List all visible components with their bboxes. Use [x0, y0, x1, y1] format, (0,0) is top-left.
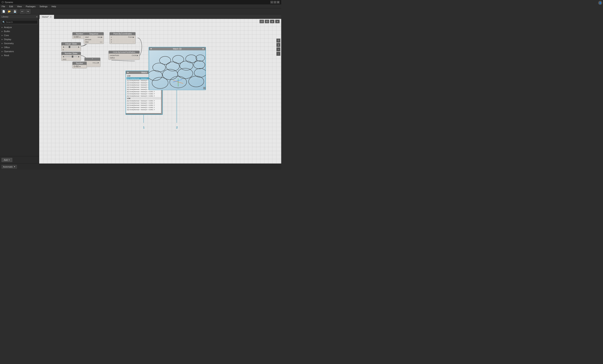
new-button[interactable]: 📄	[1, 9, 6, 14]
slider-thumb[interactable]	[72, 55, 73, 58]
sequence-node[interactable]: Sequence start seq ▶ amount step 111	[84, 32, 104, 44]
slider-right-icon[interactable]: ▶	[78, 55, 80, 58]
sidebar-item-geometry[interactable]: ▶ Geometry	[0, 41, 39, 45]
menu-bar: File Edit View Packages Settings Help 👤	[0, 4, 281, 8]
save-button[interactable]: 💾	[12, 9, 17, 14]
add-button[interactable]: Add ▼	[2, 158, 12, 162]
menu-help[interactable]: Help	[51, 5, 57, 8]
number-slider-node[interactable]: Number Slider ◀ ▶ 24.5	[61, 52, 81, 61]
main-layout: Library ◀ 🔍 ▶ Analyze ▶ Builtin ▶ Core ▶…	[0, 14, 281, 164]
watch-title: Watch	[141, 71, 147, 74]
slider-thumb[interactable]	[69, 46, 70, 48]
layout-button[interactable]: ⊞	[270, 20, 274, 23]
sidebar-item-label: Display	[4, 38, 11, 41]
sidebar-item-builtin[interactable]: ▶ Builtin	[0, 29, 39, 33]
chevron-down-icon: ▼	[8, 159, 10, 161]
watch3d-header: ▶ Watch 3D ▶	[149, 47, 206, 50]
sidebar-item-office[interactable]: ▶ Office	[0, 45, 39, 49]
port-label: start	[85, 36, 89, 38]
menu-view[interactable]: View	[16, 5, 23, 8]
tab-home[interactable]: Home* ✕	[40, 15, 54, 19]
minimize-button[interactable]: ─	[270, 1, 273, 4]
library-title: Library	[2, 15, 8, 18]
zoom-out-button[interactable]: −	[276, 47, 280, 51]
watch-left-port: ▶	[128, 71, 129, 74]
sidebar-item-core[interactable]: ▶ Core	[0, 33, 39, 37]
canvas-controls: 2D 3D ⊞ ⚙	[259, 20, 280, 23]
node-body: x var[]..[] ▶ y	[85, 61, 100, 67]
menu-edit[interactable]: Edit	[8, 5, 14, 8]
settings-button[interactable]: ⚙	[275, 20, 280, 23]
redo-button[interactable]: ↪	[25, 9, 30, 14]
sidebar-item-analyze[interactable]: ▶ Analyze	[0, 25, 39, 29]
slider-left-icon[interactable]: ◀	[63, 46, 64, 48]
port-label: step	[85, 41, 89, 43]
sidebar-item-revit[interactable]: ▶ Revit	[0, 53, 39, 57]
canvas-area[interactable]: Home* ✕ 2D 3D ⊞ ⚙ ⊡ + − ⌂	[39, 14, 281, 164]
slider-body: ◀ ▶	[61, 45, 81, 49]
undo-button[interactable]: ↩	[20, 9, 25, 14]
port-amount: amount	[85, 38, 103, 41]
open-button[interactable]: 📂	[7, 9, 12, 14]
sidebar-item-label: Geometry	[4, 42, 14, 44]
run-mode-selector[interactable]: Automatic ▼	[2, 165, 17, 169]
sidebar-bottom: Add ▼	[0, 156, 39, 164]
watch-item: [1] Circle(Normal = Vector(X = 0.000, Y	[127, 102, 162, 104]
slider-value: 9	[61, 49, 81, 51]
node-header: Sequence	[84, 32, 104, 35]
watch-item: [3] Circle(Normal = Vector(X = 0.000, Y	[127, 106, 162, 109]
sidebar-item-display[interactable]: ▶ Display	[0, 37, 39, 41]
port-z: z ⋯	[111, 41, 134, 43]
slider-left-icon[interactable]: ◀	[63, 55, 64, 58]
port-label: radius	[110, 57, 115, 59]
node-body: centerPoint Circle ▶ radius	[109, 54, 139, 60]
chevron-right-icon: ▶	[2, 46, 3, 48]
home-button[interactable]: ⌂	[276, 52, 280, 56]
value-text: 0.450	[74, 66, 79, 68]
menu-packages[interactable]: Packages	[25, 5, 36, 8]
add-button-label: Add	[4, 159, 8, 161]
sidebar-item-label: Core	[4, 34, 9, 36]
chevron-right-icon: ▶	[2, 31, 3, 32]
watch-item: [8] Circle(Normal = Vector(X = 0.000, Y	[127, 95, 162, 97]
port-output-point: Point ▶	[128, 36, 134, 38]
number-node-2[interactable]: Number 0.450 ▶	[72, 62, 87, 68]
tab-close-icon[interactable]: ✕	[50, 16, 52, 18]
view-3d-button[interactable]: 3D	[265, 20, 269, 23]
circle-by-center-node[interactable]: Circle.ByCenterPointRadius centerPoint C…	[108, 51, 139, 60]
step-value: 111	[100, 41, 103, 43]
watch3d-viewport[interactable]	[149, 50, 206, 90]
tab-label: Home*	[42, 16, 49, 18]
watch3d-title: Watch 3D	[173, 48, 182, 50]
watch-list-header: List	[127, 97, 162, 99]
slider-track[interactable]	[65, 46, 77, 47]
node-body: 0.450 ▶	[72, 65, 87, 68]
svg-rect-2	[149, 50, 206, 90]
close-button[interactable]: ✕	[277, 1, 280, 4]
sidebar-controls: ◀	[36, 16, 37, 18]
integer-slider-node[interactable]: Integer Slider ◀ ▶ 9	[61, 42, 81, 51]
fit-button[interactable]: ⊡	[276, 39, 280, 43]
node-header: Integer Slider	[61, 42, 81, 45]
slider-right-icon[interactable]: ▶	[78, 46, 80, 48]
watch3d-node[interactable]: ▶ Watch 3D ▶	[149, 47, 206, 90]
chevron-right-icon: ▶	[2, 39, 3, 40]
port-output: var[]..[] ▶	[93, 62, 99, 64]
port-step: step 111	[85, 41, 103, 43]
menu-settings[interactable]: Settings	[39, 5, 48, 8]
toolbar: 📄 📂 💾 ↩ ↪	[0, 8, 281, 14]
watch-item: [2] Circle(Normal = Vector(X = 0.000, Y	[127, 104, 162, 106]
chevron-right-icon: ▶	[2, 55, 3, 56]
view-2d-button[interactable]: 2D	[259, 20, 264, 23]
maximize-button[interactable]: □	[274, 1, 276, 4]
menu-file[interactable]: File	[1, 5, 6, 8]
sidebar-item-operators[interactable]: ▶ Operators	[0, 49, 39, 53]
point-by-coordinates-node[interactable]: Point.ByCoordinates x Point ▶ y z ⋯	[109, 32, 136, 44]
slider-track[interactable]	[65, 56, 77, 57]
code-block-node[interactable]: * x var[]..[] ▶ y	[84, 58, 100, 67]
node-header: Point.ByCoordinates	[110, 32, 135, 35]
port-radius: radius	[110, 56, 138, 59]
search-input[interactable]	[1, 20, 38, 24]
sidebar-item-label: Builtin	[4, 30, 10, 33]
zoom-in-button[interactable]: +	[276, 43, 280, 47]
